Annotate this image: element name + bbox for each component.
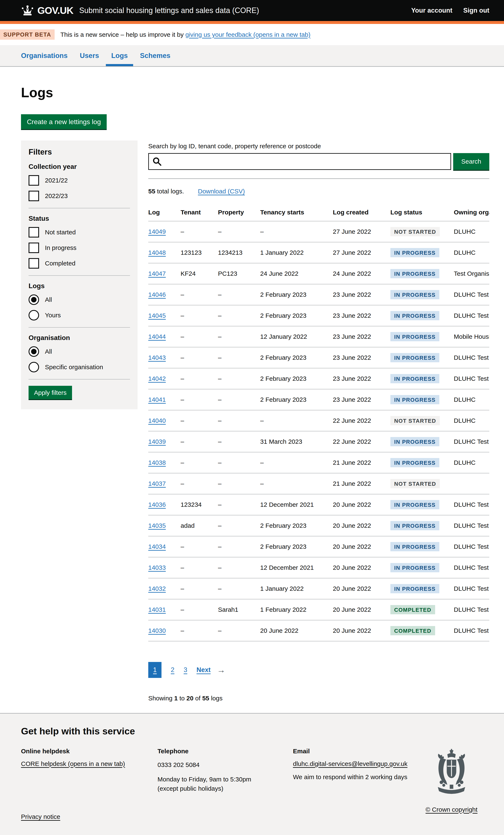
pagination-next-link[interactable]: Next — [197, 666, 210, 674]
tab-logs[interactable]: Logs — [111, 45, 128, 66]
log-link[interactable]: 14036 — [148, 501, 166, 508]
radio-all[interactable]: All — [28, 294, 130, 305]
checkbox-control[interactable] — [28, 191, 39, 201]
option-label: Not started — [45, 229, 76, 236]
status-badge: IN PROGRESS — [390, 311, 439, 320]
cell-tenancy-starts: 2 February 2023 — [260, 515, 333, 536]
log-link[interactable]: 14041 — [148, 396, 166, 403]
cell-property: – — [218, 305, 260, 326]
cell-property: – — [218, 473, 260, 494]
pagination-page-1[interactable]: 1 — [148, 662, 161, 678]
beta-tag: SUPPORT BETA — [0, 29, 55, 40]
cell-owning-org: Test Organisa — [454, 263, 489, 284]
tab-organisations[interactable]: Organisations — [21, 45, 68, 66]
your-account-link[interactable]: Your account — [411, 7, 452, 14]
cell-tenant: – — [181, 578, 218, 599]
radio-control[interactable] — [28, 362, 39, 372]
table-row: 14047KF24PC12324 June 202224 June 2022IN… — [148, 263, 489, 284]
radio-specific-organisation[interactable]: Specific organisation — [28, 362, 130, 372]
cell-owning-org: DLUHC — [454, 389, 489, 410]
checkbox-2021-22[interactable]: 2021/22 — [28, 175, 130, 186]
cell-tenant: – — [181, 599, 218, 620]
log-link[interactable]: 14032 — [148, 585, 166, 592]
checkbox-control[interactable] — [28, 258, 39, 269]
checkbox-control[interactable] — [28, 227, 39, 238]
table-row: 14046––2 February 202323 June 2022IN PRO… — [148, 284, 489, 305]
search-input[interactable] — [148, 153, 451, 170]
log-link[interactable]: 14035 — [148, 522, 166, 529]
cell-tenancy-starts: 2 February 2023 — [260, 389, 333, 410]
cell-property: – — [218, 578, 260, 599]
col-log-created: Log created — [333, 205, 390, 221]
checkbox-completed[interactable]: Completed — [28, 258, 130, 269]
checkbox-in-progress[interactable]: In progress — [28, 243, 130, 253]
privacy-notice-link[interactable]: Privacy notice — [21, 813, 60, 820]
cell-property: – — [218, 368, 260, 389]
cell-tenant: 123234 — [181, 494, 218, 515]
apply-filters-button[interactable]: Apply filters — [28, 386, 72, 399]
crown-copyright-link[interactable]: © Crown copyright — [425, 806, 477, 813]
radio-control[interactable] — [28, 310, 39, 321]
pagination-page-2[interactable]: 2 — [171, 666, 174, 674]
col-property: Property — [218, 205, 260, 221]
tab-users[interactable]: Users — [80, 45, 99, 66]
cell-tenant: – — [181, 431, 218, 452]
tab-schemes[interactable]: Schemes — [140, 45, 170, 66]
email-link[interactable]: dluhc.digital-services@levellingup.gov.u… — [293, 760, 407, 767]
cell-log-created: 22 June 2022 — [333, 431, 390, 452]
service-name[interactable]: Submit social housing lettings and sales… — [79, 6, 259, 15]
log-link[interactable]: 14030 — [148, 627, 166, 634]
search-button[interactable]: Search — [453, 153, 489, 170]
feedback-link[interactable]: giving us your feedback (opens in a new … — [185, 31, 310, 38]
log-link[interactable]: 14043 — [148, 354, 166, 361]
radio-all[interactable]: All — [28, 346, 130, 357]
cell-tenant: – — [181, 557, 218, 578]
cell-tenancy-starts: – — [260, 473, 333, 494]
radio-control[interactable] — [28, 294, 39, 305]
primary-navigation: OrganisationsUsersLogsSchemes — [0, 45, 504, 67]
download-csv-link[interactable]: Download (CSV) — [198, 188, 245, 195]
core-helpdesk-link[interactable]: CORE helpdesk (opens in a new tab) — [21, 760, 125, 767]
sign-out-link[interactable]: Sign out — [463, 7, 489, 14]
cell-tenant: – — [181, 410, 218, 431]
log-link[interactable]: 14040 — [148, 417, 166, 424]
logs-table-wrapper: LogTenantPropertyTenancy startsLog creat… — [148, 205, 489, 641]
log-link[interactable]: 14033 — [148, 564, 166, 571]
log-link[interactable]: 14048 — [148, 249, 166, 256]
cell-tenancy-starts: 2 February 2023 — [260, 368, 333, 389]
log-link[interactable]: 14044 — [148, 333, 166, 340]
checkbox-control[interactable] — [28, 243, 39, 253]
total-logs-line: 55 total logs. Download (CSV) — [148, 188, 489, 195]
cell-tenancy-starts: 1 January 2022 — [260, 242, 333, 263]
log-link[interactable]: 14045 — [148, 312, 166, 319]
log-link[interactable]: 14034 — [148, 543, 166, 550]
cell-owning-org: DLUHC Test — [454, 284, 489, 305]
log-link[interactable]: 14039 — [148, 438, 166, 445]
log-link[interactable]: 14042 — [148, 375, 166, 382]
page-title: Logs — [21, 85, 489, 100]
log-link[interactable]: 14049 — [148, 228, 166, 235]
page: GOV.UK Submit social housing lettings an… — [0, 0, 504, 835]
table-row: 14049–––27 June 2022NOT STARTEDDLUHC — [148, 221, 489, 242]
log-link[interactable]: 14038 — [148, 459, 166, 466]
checkbox-2022-23[interactable]: 2022/23 — [28, 191, 130, 201]
cell-log-created: 23 June 2022 — [333, 305, 390, 326]
status-badge: IN PROGRESS — [390, 290, 439, 299]
status-badge: IN PROGRESS — [390, 374, 439, 383]
log-link[interactable]: 14037 — [148, 480, 166, 487]
log-link[interactable]: 14047 — [148, 270, 166, 277]
status-badge: IN PROGRESS — [390, 332, 439, 341]
radio-control[interactable] — [28, 346, 39, 357]
status-badge: IN PROGRESS — [390, 269, 439, 278]
header-logo-group[interactable]: GOV.UK Submit social housing lettings an… — [21, 5, 259, 16]
checkbox-not-started[interactable]: Not started — [28, 227, 130, 238]
cell-tenant: – — [181, 305, 218, 326]
pagination-page-3[interactable]: 3 — [184, 666, 187, 674]
checkbox-control[interactable] — [28, 175, 39, 186]
cell-log-created: 22 June 2022 — [333, 410, 390, 431]
log-link[interactable]: 14046 — [148, 291, 166, 298]
filter-divider — [28, 275, 130, 276]
radio-yours[interactable]: Yours — [28, 310, 130, 321]
log-link[interactable]: 14031 — [148, 606, 166, 613]
create-lettings-log-button[interactable]: Create a new lettings log — [21, 114, 107, 129]
